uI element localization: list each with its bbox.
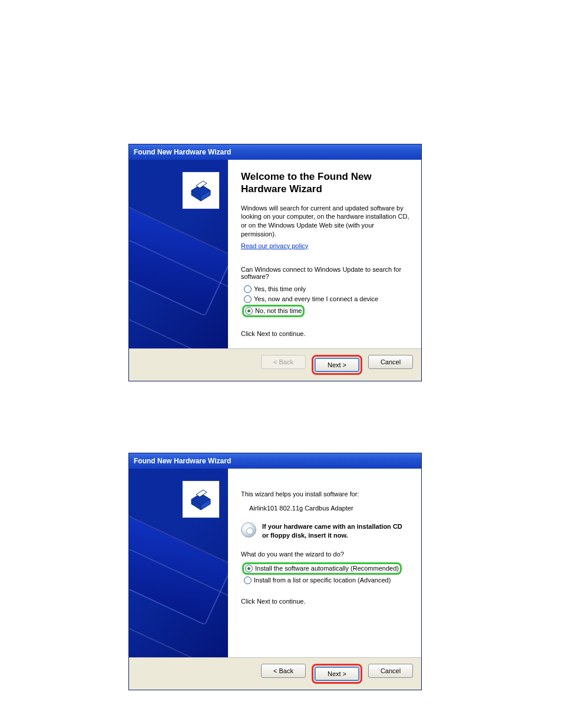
- radio-icon: [244, 577, 252, 584]
- wizard-dialog-1: Found New Hardware Wizard Welcome to the…: [128, 144, 422, 381]
- wizard-side-graphic: [129, 469, 228, 657]
- highlight-selected-radio: No, not this time: [242, 305, 305, 317]
- content-pane: This wizard helps you install software f…: [228, 469, 421, 657]
- back-button[interactable]: < Back: [261, 664, 306, 678]
- content-pane: Welcome to the Found New Hardware Wizard…: [228, 160, 421, 348]
- button-bar: < Back Next > Cancel: [129, 348, 421, 381]
- button-bar: < Back Next > Cancel: [129, 657, 421, 690]
- cancel-button[interactable]: Cancel: [368, 355, 413, 369]
- dialog-body: Welcome to the Found New Hardware Wizard…: [129, 160, 421, 348]
- back-button: < Back: [261, 355, 306, 369]
- radio-icon: [245, 307, 253, 315]
- continue-text: Click Next to continue.: [241, 330, 409, 337]
- radio-yes-always[interactable]: Yes, now and every time I connect a devi…: [243, 295, 409, 304]
- highlight-next-button: Next >: [312, 664, 362, 684]
- radio-advanced-install[interactable]: Install from a list or specific location…: [243, 576, 409, 585]
- intro-text: This wizard helps you install software f…: [241, 490, 409, 499]
- highlight-next-button: Next >: [312, 355, 362, 375]
- privacy-policy-link[interactable]: Read our privacy policy: [241, 242, 308, 249]
- radio-label: Yes, now and every time I connect a devi…: [254, 295, 378, 302]
- cd-note-text: If your hardware came with an installati…: [262, 522, 404, 540]
- hardware-icon: [182, 172, 220, 209]
- radio-label: Yes, this time only: [254, 285, 306, 292]
- wizard-side-graphic: [129, 160, 228, 348]
- continue-text: Click Next to continue.: [241, 598, 409, 605]
- radio-icon: [245, 565, 253, 572]
- radio-icon: [244, 285, 252, 293]
- radio-label: Install from a list or specific location…: [254, 577, 391, 584]
- hardware-icon: [182, 480, 220, 518]
- update-question: Can Windows connect to Windows Update to…: [241, 266, 406, 280]
- next-button[interactable]: Next >: [315, 358, 359, 372]
- highlight-selected-radio: Install the software automatically (Reco…: [242, 562, 402, 575]
- radio-label: No, not this time: [255, 307, 302, 314]
- title-text: Found New Hardware Wizard: [134, 457, 231, 465]
- title-text: Found New Hardware Wizard: [134, 148, 231, 156]
- device-name: Airlink101 802.11g Cardbus Adapter: [241, 505, 409, 512]
- next-button[interactable]: Next >: [315, 667, 359, 681]
- cd-instruction: If your hardware came with an installati…: [241, 522, 409, 540]
- titlebar[interactable]: Found New Hardware Wizard: [129, 453, 421, 469]
- radio-auto-install[interactable]: Install the software automatically (Reco…: [244, 564, 399, 573]
- wizard-heading: Welcome to the Found New Hardware Wizard: [241, 170, 409, 196]
- intro-text: Windows will search for current and upda…: [241, 204, 409, 239]
- wizard-dialog-2: Found New Hardware Wizard This wizard he…: [128, 453, 422, 690]
- wizard-action-question: What do you want the wizard to do?: [241, 551, 406, 558]
- dialog-body: This wizard helps you install software f…: [129, 469, 421, 657]
- cd-icon: [241, 522, 256, 538]
- radio-label: Install the software automatically (Reco…: [255, 565, 399, 572]
- radio-icon: [244, 295, 252, 303]
- titlebar[interactable]: Found New Hardware Wizard: [129, 144, 421, 160]
- radio-no[interactable]: No, not this time: [244, 307, 302, 315]
- radio-yes-once[interactable]: Yes, this time only: [243, 285, 409, 294]
- cancel-button[interactable]: Cancel: [368, 664, 413, 678]
